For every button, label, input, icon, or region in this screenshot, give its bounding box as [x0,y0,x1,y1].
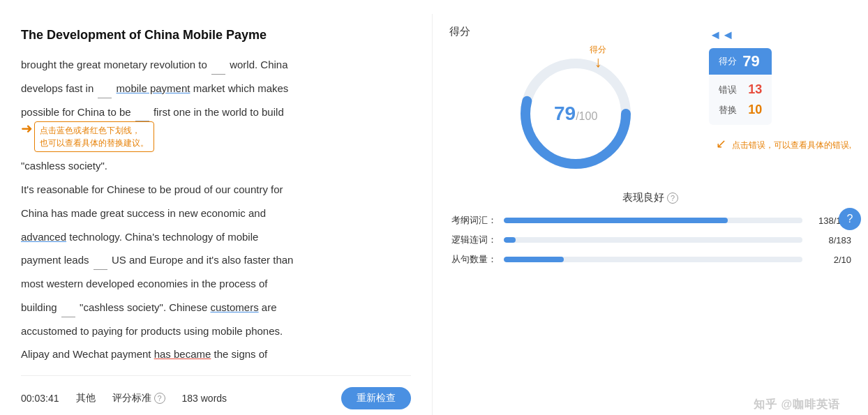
category-label: 其他 [76,392,96,405]
performance-title: 表现良好 ? [449,191,851,204]
essay-line3-start: possible for China to be [21,106,131,118]
annotation-arrow-icon: ↙ [716,137,726,151]
recheck-button[interactable]: 重新检查 [341,387,411,409]
essay-line10-start: building [21,301,57,313]
errors-value: 13 [748,82,762,97]
blank-5 [61,317,75,317]
essay-line8-mid: US and Europe and it's also faster than [112,254,294,266]
score-top-label: 得分 [449,25,702,38]
metric-clauses-fill [504,257,564,262]
essay-line11: accustomed to paying for products using … [21,325,283,337]
help-button[interactable]: ? [839,208,861,230]
score-area: 得分 得分 ↓ [449,25,851,179]
footer-bar: 00:03:41 其他 评分标准 ? 183 words 重新检查 [21,375,411,409]
score-cards: 得分 79 错误 13 替换 10 [709,48,772,125]
metric-logic-fill [504,237,516,243]
metric-logic-value: 8/183 [809,235,851,246]
metric-row-clauses: 从句数量： 2/10 [449,253,851,266]
watermark: 知乎 @咖啡英语 [754,398,840,412]
score-section: 得分 得分 ↓ [449,25,702,179]
essay-line2-start: develops fast in [21,82,96,94]
tooltip-inline: ➜ 点击蓝色或者红色下划线，也可以查看具体的替换建议。 [21,121,154,152]
essay-line12-end: the signs of [214,348,268,360]
metric-vocab-label: 考纲词汇： [449,214,497,227]
score-card-row-errors: 错误 13 [719,80,762,99]
criteria-label: 评分标准 ? [112,392,165,405]
score-card-label: 得分 [719,55,737,68]
metric-row-vocab: 考纲词汇： 138/183 [449,214,851,227]
gauge-total: /100 [576,110,597,122]
blank-1 [211,74,225,75]
right-annotation: ↙ 点击错误，可以查看具体的错误, [716,136,851,151]
essay-line10-mid: "cashless society". Chinese [80,301,210,313]
metric-clauses-value: 2/10 [809,255,851,265]
tooltip-bubble: 点击蓝色或者红色下划线，也可以查看具体的替换建议。 [34,121,154,152]
score-card-body: 错误 13 替换 10 [709,75,772,125]
score-card-header: 得分 79 [709,48,772,75]
left-panel: The Development of China Mobile Payme br… [0,14,433,415]
essay-line6: China has made great success in new econ… [21,207,266,219]
essay-title: The Development of China Mobile Payme [21,28,411,43]
replacements-label: 替换 [719,104,738,116]
errors-label: 错误 [719,84,738,96]
criteria-help-icon[interactable]: ? [154,393,165,404]
performance-help-icon[interactable]: ? [667,193,678,204]
essay-line5: It's reasonable for Chinese to be proud … [21,183,283,195]
score-card-row-replacements: 替换 10 [719,100,762,119]
underline-mobile-payment[interactable]: mobile payment [117,82,190,94]
score-gauge: 79/100 [513,51,638,176]
essay-body: brought the great monetary revolution to… [21,55,411,368]
word-count: 183 words [182,393,227,404]
essay-line10-end: are [262,301,277,313]
tooltip-arrow-icon: ➜ [21,121,33,135]
metric-logic-bar [504,237,802,243]
timer: 00:03:41 [21,393,59,404]
essay-line4: "cashless society". [21,160,107,172]
metric-vocab-fill [504,218,728,223]
metric-clauses-label: 从句数量： [449,253,497,266]
replacements-value: 10 [748,103,762,117]
essay-line3-mid: first one in the world to build [154,106,284,118]
gauge-score: 79/100 [554,103,597,125]
essay-line8-start: payment leads [21,254,89,266]
back-button[interactable]: ◄◄ [709,28,734,43]
essay-line7-end: technology. China's technology of mobile [69,231,258,243]
essay-line1-cont: world. China [230,59,287,70]
essay-line2-end: market which makes [193,82,289,94]
essay-line9: most western developed economies in the … [21,278,268,289]
performance-section: 表现良好 ? 考纲词汇： 138/183 逻辑连词： 8/183 从句数量： [449,191,851,266]
essay-line1: brought the great monetary revolution to [21,59,207,70]
blank-4 [93,269,107,270]
gauge-arrow-icon: ↓ [590,56,606,68]
underline-advanced[interactable]: advanced [21,231,66,243]
metric-logic-label: 逻辑连词： [449,234,497,246]
underline-customers[interactable]: customers [210,301,258,313]
essay-line12-start: Alipay and Wechat payment [21,348,154,360]
score-cards-area: ◄◄ 得分 79 错误 13 替换 10 [709,25,851,151]
score-card-value: 79 [742,52,759,70]
metric-row-logic: 逻辑连词： 8/183 [449,234,851,246]
metric-clauses-bar [504,257,802,262]
blank-2 [98,98,112,98]
underline-has-became[interactable]: has became [154,348,211,360]
metric-vocab-bar [504,218,802,223]
right-panel: 得分 得分 ↓ [433,14,868,415]
